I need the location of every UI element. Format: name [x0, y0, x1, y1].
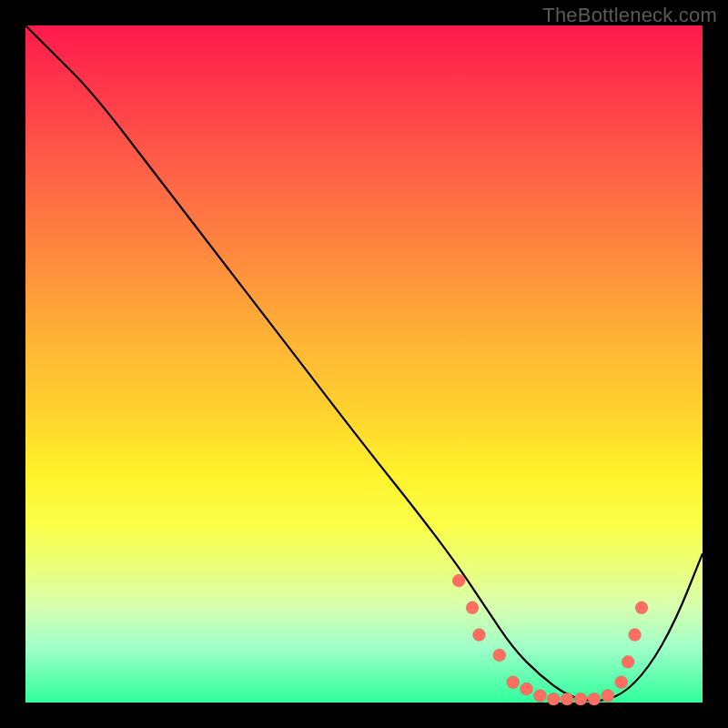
chart-marker — [635, 602, 648, 614]
chart-plot-area — [25, 25, 703, 703]
chart-marker — [466, 602, 479, 614]
chart-marker — [493, 649, 506, 662]
outer-frame: TheBottleneck.com — [0, 0, 728, 728]
chart-marker — [615, 676, 628, 689]
chart-marker — [602, 690, 614, 703]
chart-marker — [629, 629, 642, 642]
chart-marker — [452, 574, 465, 587]
chart-marker — [574, 693, 587, 705]
chart-curve — [25, 25, 703, 701]
chart-marker — [533, 690, 546, 703]
chart-markers — [452, 574, 648, 705]
chart-svg — [25, 25, 703, 703]
watermark-text: TheBottleneck.com — [542, 4, 717, 27]
chart-marker — [561, 693, 573, 705]
chart-marker — [472, 629, 485, 642]
chart-marker — [507, 676, 520, 689]
chart-marker — [622, 655, 634, 668]
chart-marker — [547, 693, 560, 705]
chart-marker — [588, 693, 601, 705]
chart-marker — [521, 682, 533, 695]
